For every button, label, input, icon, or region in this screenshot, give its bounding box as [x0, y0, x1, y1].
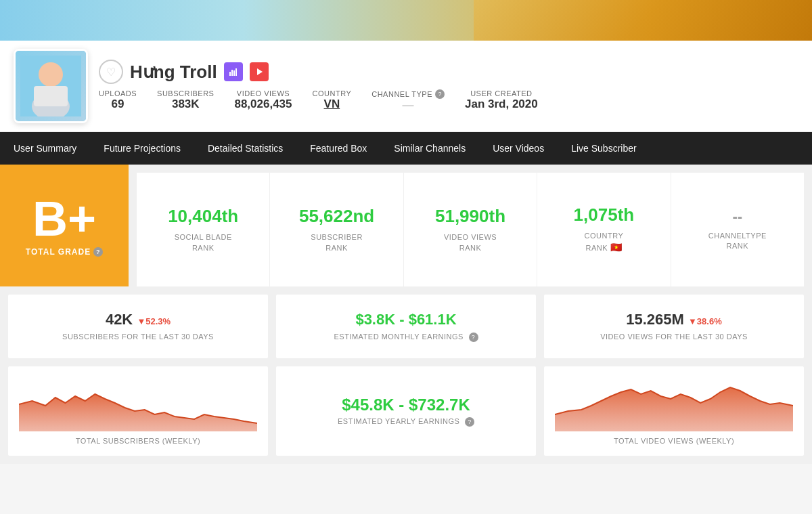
video-views-30-change: ▼38.6%: [688, 316, 722, 326]
channel-name: Hưng Troll: [130, 62, 217, 83]
subscribers-weekly-label: TOTAL SUBSCRIBERS (WEEKLY): [76, 437, 200, 445]
rank-channeltype: -- CHANNELTYPERANK: [671, 173, 804, 286]
profile-info: ♡ Hưng Troll UPLOADS 69 SUBSCRIBERS 383K…: [99, 60, 798, 112]
video-views-stat: VIDEO VIEWS 88,026,435: [234, 89, 292, 111]
vn-flag-icon: 🇻🇳: [610, 242, 623, 253]
rank-channeltype-label: CHANNELTYPERANK: [708, 231, 767, 252]
subscribers-weekly-chart-card: TOTAL SUBSCRIBERS (WEEKLY): [8, 366, 268, 456]
nav-item-featured-box[interactable]: Featured Box: [296, 132, 380, 165]
uploads-value: 69: [99, 98, 137, 111]
yearly-earnings-label: ESTIMATED YEARLY EARNINGS ?: [338, 417, 474, 427]
rank-subscriber-value: 55,622nd: [299, 206, 374, 227]
avatar-image: [16, 49, 86, 123]
rank-social-blade-label: SOCIAL BLADERANK: [175, 232, 232, 253]
country-value[interactable]: VN: [313, 98, 352, 111]
subscribers-label: SUBSCRIBERS: [157, 89, 214, 98]
rank-social-blade-value: 10,404th: [168, 206, 238, 227]
nav-item-user-videos[interactable]: User Videos: [479, 132, 558, 165]
video-views-value: 88,026,435: [234, 98, 292, 111]
grade-label: TOTAL GRADE ?: [26, 247, 103, 257]
svg-point-1: [39, 62, 63, 87]
grade-letter: B+: [32, 194, 96, 243]
grade-box: B+ TOTAL GRADE ?: [0, 165, 129, 286]
rank-subscriber: 55,622nd SUBSCRIBERRANK: [270, 173, 403, 286]
nav-item-similar-channels[interactable]: Similar Channels: [380, 132, 479, 165]
country-stat: COUNTRY VN: [313, 89, 352, 111]
subscribers-weekly-chart: [19, 377, 257, 431]
rank-subscriber-label: SUBSCRIBERRANK: [311, 232, 363, 253]
uploads-stat: UPLOADS 69: [99, 89, 137, 111]
video-views-weekly-chart: [555, 377, 793, 431]
video-badge-icon: [250, 62, 269, 81]
subscribers-30-label: SUBSCRIBERS FOR THE LAST 30 DAYS: [19, 333, 257, 341]
user-created-stat: USER CREATED Jan 3rd, 2020: [465, 89, 538, 111]
channel-type-value: —: [371, 99, 445, 112]
channel-banner: [0, 0, 812, 41]
stats-cards-row: 42K ▼52.3% SUBSCRIBERS FOR THE LAST 30 D…: [0, 286, 812, 358]
subscribers-30-card: 42K ▼52.3% SUBSCRIBERS FOR THE LAST 30 D…: [8, 295, 268, 358]
country-label: COUNTRY: [313, 89, 352, 98]
rank-country-value: 1,075th: [574, 205, 635, 226]
rank-country-label: COUNTRYRANK 🇻🇳: [585, 231, 624, 255]
user-created-label: USER CREATED: [465, 89, 538, 98]
heart-button[interactable]: ♡: [99, 60, 123, 84]
subscribers-30-value: 42K ▼52.3%: [19, 311, 257, 328]
svg-rect-5: [231, 70, 233, 76]
rank-channeltype-value: --: [733, 208, 743, 226]
rank-video-views-value: 51,990th: [435, 206, 505, 227]
video-views-30-card: 15.265M ▼38.6% VIDEO VIEWS FOR THE LAST …: [544, 295, 804, 358]
video-views-label: VIDEO VIEWS: [234, 89, 292, 98]
video-views-weekly-chart-card: TOTAL VIDEO VIEWS (WEEKLY): [544, 366, 804, 456]
nav-item-user-summary[interactable]: User Summary: [0, 132, 90, 165]
svg-rect-3: [34, 86, 68, 106]
channel-type-label: CHANNEL TYPE: [371, 90, 432, 98]
chart-cards-row: TOTAL SUBSCRIBERS (WEEKLY) $45.8K - $732…: [0, 358, 812, 464]
nav-item-live-subscriber[interactable]: Live Subscriber: [558, 132, 650, 165]
rank-social-blade: 10,404th SOCIAL BLADERANK: [137, 173, 270, 286]
yearly-earnings-card: $45.8K - $732.7K ESTIMATED YEARLY EARNIN…: [276, 366, 536, 456]
nav-item-detailed-statistics[interactable]: Detailed Statistics: [194, 132, 296, 165]
profile-section: ♡ Hưng Troll UPLOADS 69 SUBSCRIBERS 383K…: [0, 41, 812, 132]
svg-rect-4: [229, 72, 231, 76]
profile-stats-row: UPLOADS 69 SUBSCRIBERS 383K VIDEO VIEWS …: [99, 89, 798, 112]
svg-rect-7: [235, 68, 237, 76]
video-views-weekly-label: TOTAL VIDEO VIEWS (WEEKLY): [614, 437, 734, 445]
svg-rect-6: [233, 70, 235, 76]
stats-badge-icon: [224, 62, 243, 81]
monthly-earnings-value: $3.8K - $61.1K: [287, 311, 525, 328]
subscribers-value: 383K: [157, 98, 214, 111]
monthly-earnings-label: ESTIMATED MONTHLY EARNINGS ?: [287, 333, 525, 342]
grade-help-icon[interactable]: ?: [93, 247, 103, 257]
monthly-earnings-card: $3.8K - $61.1K ESTIMATED MONTHLY EARNING…: [276, 295, 536, 358]
avatar: [14, 49, 88, 123]
subscribers-30-change: ▼52.3%: [137, 316, 171, 326]
video-views-30-label: VIDEO VIEWS FOR THE LAST 30 DAYS: [555, 333, 793, 341]
nav-item-future-projections[interactable]: Future Projections: [90, 132, 194, 165]
rank-video-views-label: VIDEO VIEWSRANK: [444, 232, 497, 253]
ranks-container: 10,404th SOCIAL BLADERANK 55,622nd SUBSC…: [137, 173, 804, 286]
svg-marker-8: [257, 68, 263, 75]
navigation-bar: User Summary Future Projections Detailed…: [0, 132, 812, 165]
rank-video-views: 51,990th VIDEO VIEWSRANK: [404, 173, 537, 286]
rank-country: 1,075th COUNTRYRANK 🇻🇳: [537, 173, 671, 286]
channel-name-row: ♡ Hưng Troll: [99, 60, 798, 84]
yearly-earnings-value: $45.8K - $732.7K: [342, 395, 470, 414]
uploads-label: UPLOADS: [99, 89, 137, 98]
user-created-value: Jan 3rd, 2020: [465, 98, 538, 111]
channel-type-help-icon[interactable]: ?: [435, 89, 445, 99]
main-content: B+ TOTAL GRADE ? 10,404th SOCIAL BLADERA…: [0, 165, 812, 464]
yearly-earnings-help-icon[interactable]: ?: [465, 417, 474, 427]
video-views-30-value: 15.265M ▼38.6%: [555, 311, 793, 328]
monthly-earnings-help-icon[interactable]: ?: [469, 333, 478, 342]
grade-rank-row: B+ TOTAL GRADE ? 10,404th SOCIAL BLADERA…: [0, 165, 812, 286]
channel-type-stat: CHANNEL TYPE ? —: [371, 89, 445, 112]
subscribers-stat: SUBSCRIBERS 383K: [157, 89, 214, 111]
